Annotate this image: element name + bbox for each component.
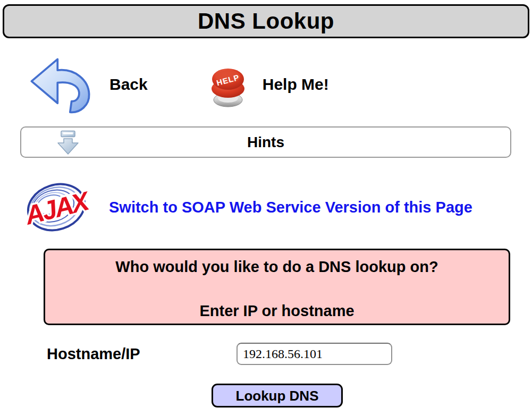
back-arrow-icon bbox=[26, 54, 95, 114]
nav-row: Back HELP Help Me! bbox=[0, 54, 532, 114]
help-icon: HELP bbox=[207, 61, 249, 108]
help-button[interactable]: HELP Help Me! bbox=[207, 61, 329, 108]
submit-row: Lookup DNS bbox=[0, 384, 532, 407]
switch-to-soap-link[interactable]: Switch to SOAP Web Service Version of th… bbox=[109, 199, 472, 216]
page-title-bar: DNS Lookup bbox=[3, 4, 529, 38]
ajax-logo-icon: AJAX bbox=[24, 177, 89, 237]
hostname-label: Hostname/IP bbox=[47, 345, 151, 363]
hints-toggle-bar[interactable]: Hints bbox=[20, 126, 511, 158]
question-box: Who would you like to do a DNS lookup on… bbox=[44, 249, 510, 325]
expand-down-arrow-icon bbox=[56, 130, 80, 156]
help-label: Help Me! bbox=[263, 75, 329, 94]
lookup-dns-button[interactable]: Lookup DNS bbox=[212, 384, 343, 407]
question-line-2: Enter IP or hostname bbox=[45, 302, 509, 320]
question-line-1: Who would you like to do a DNS lookup on… bbox=[45, 258, 509, 276]
ajax-row: AJAX Switch to SOAP Web Service Version … bbox=[0, 176, 532, 238]
page-title: DNS Lookup bbox=[198, 9, 334, 34]
hostname-form-row: Hostname/IP bbox=[0, 343, 532, 365]
back-button[interactable]: Back bbox=[26, 54, 148, 114]
back-label: Back bbox=[109, 75, 148, 94]
hostname-input[interactable] bbox=[237, 343, 392, 365]
hints-label: Hints bbox=[247, 134, 284, 151]
